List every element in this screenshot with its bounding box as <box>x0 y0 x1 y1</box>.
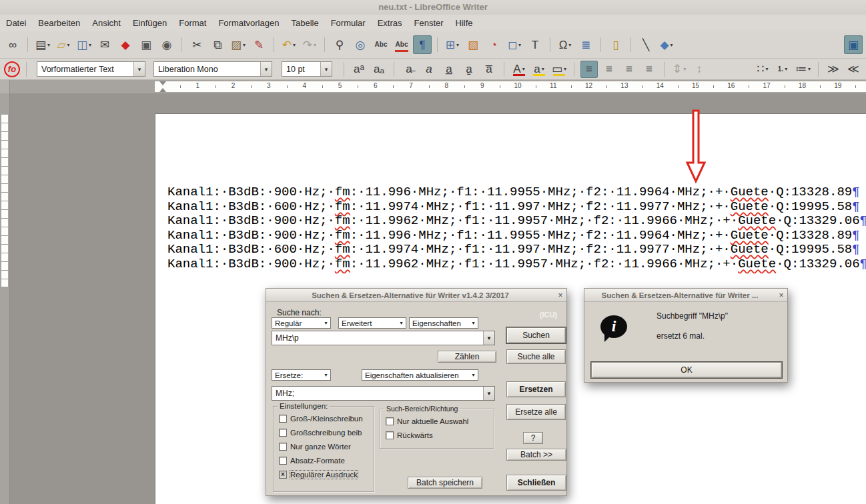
close-icon[interactable]: × <box>554 291 566 300</box>
formatting-marks-icon[interactable]: ¶ <box>413 35 432 54</box>
line-spacing-icon[interactable]: ⇕▾ <box>671 61 688 78</box>
insert-comment-icon[interactable]: ▯ <box>606 35 625 54</box>
menu-einf-gen[interactable]: Einfügen <box>127 15 173 31</box>
dropdown-arrow-icon[interactable]: ▾ <box>671 42 673 48</box>
dropdown-arrow-icon[interactable]: ▾ <box>808 66 811 72</box>
find-all-button[interactable]: Suche alle <box>506 349 566 364</box>
italic-icon[interactable]: a <box>420 61 438 78</box>
checkbox-r-ckw-rts[interactable]: Rückwärts <box>386 430 492 441</box>
redo-icon[interactable]: ↷▾ <box>300 35 319 54</box>
chevron-down-icon[interactable]: ▾ <box>133 62 145 76</box>
menu-fenster[interactable]: Fenster <box>408 15 450 31</box>
dropdown-arrow-icon[interactable]: ▾ <box>518 42 521 48</box>
dropdown-arrow-icon[interactable]: ▾ <box>522 66 525 72</box>
search-replace-extension-icon[interactable]: fo <box>4 61 20 77</box>
new-document-icon[interactable]: ▤▾ <box>33 35 52 54</box>
outline-list-icon[interactable]: ≔▾ <box>794 61 812 78</box>
menu-extras[interactable]: Extras <box>372 15 408 31</box>
replace-term-combobox[interactable]: MHz; ▼ <box>272 386 495 401</box>
checkbox-nur-aktuelle-auswahl[interactable]: Nur aktuelle Auswahl <box>386 416 492 427</box>
ok-button[interactable]: OK <box>591 362 782 378</box>
close-dialog-button[interactable]: Schließen <box>506 475 566 491</box>
insert-textbox-icon[interactable]: ◻▾ <box>505 35 524 54</box>
menu-formular[interactable]: Formular <box>325 15 372 31</box>
menu-hilfe[interactable]: Hilfe <box>450 15 479 31</box>
justify-icon[interactable]: ≡ <box>640 61 658 78</box>
indent-marker-bottom[interactable] <box>159 88 166 92</box>
export-pdf-icon[interactable]: ◆ <box>116 35 135 54</box>
chevron-down-icon[interactable]: ▾ <box>322 320 330 326</box>
update-properties-dropdown[interactable]: Eigenschaften aktualisieren ▾ <box>362 369 478 381</box>
chevron-down-icon[interactable]: ▾ <box>469 372 478 378</box>
ruler-scale[interactable]: 12345678910111213141516171819 <box>155 81 866 92</box>
search-button[interactable]: Suchen <box>506 327 566 343</box>
document-line[interactable]: Kanal1:·B3dB:·600·Hz;·fm:·11.9974·MHz;·f… <box>167 243 866 257</box>
document-line[interactable]: Kanal1:·B3dB:·900·Hz;·fm:·11.996·MHz;·f1… <box>167 229 866 243</box>
highlight-color-icon[interactable]: a▾ <box>530 61 548 78</box>
document-line[interactable]: Kanal1:·B3dB:·900·Hz;·fm:·11.996·MHz;·f1… <box>167 185 866 200</box>
overline-icon[interactable]: a̅ <box>480 61 498 78</box>
chevron-down-icon[interactable]: ▼ <box>483 387 494 400</box>
dropdown-arrow-icon[interactable]: ▾ <box>765 66 768 72</box>
align-center-icon[interactable]: ≡ <box>600 61 618 78</box>
menu-tabelle[interactable]: Tabelle <box>285 15 324 31</box>
checkbox-box[interactable] <box>279 429 287 437</box>
find-replace-icon[interactable]: ⚲ <box>330 35 349 54</box>
undo-icon[interactable]: ↶▾ <box>280 35 298 54</box>
subscript-icon[interactable]: aₐ <box>370 61 388 78</box>
title-bar[interactable]: neu.txt - LibreOffice Writer <box>0 0 866 15</box>
chevron-down-icon[interactable]: ▾ <box>397 320 406 326</box>
paragraph-spacing-icon[interactable]: ↕ <box>691 61 708 78</box>
email-document-icon[interactable]: ✉ <box>95 35 114 54</box>
replace-term-value[interactable]: MHz; <box>272 387 483 400</box>
auto-spellcheck-icon[interactable]: Abc <box>392 35 411 54</box>
dropdown-arrow-icon[interactable]: ▾ <box>47 42 50 48</box>
increase-indent-icon[interactable]: ≫ <box>825 61 842 78</box>
extended-options-dropdown[interactable]: Erweitert ▾ <box>338 317 406 329</box>
horizontal-ruler[interactable]: 12345678910111213141516171819 <box>0 80 866 93</box>
replace-all-button[interactable]: Ersetze alle <box>506 404 566 420</box>
dropdown-arrow-icon[interactable]: ▾ <box>456 42 459 48</box>
checkbox-box[interactable] <box>279 415 287 423</box>
search-term-combobox[interactable]: MHz\p ▼ <box>272 331 495 345</box>
dialog-title-bar[interactable]: Suchen & Ersetzen-Alternative für Writer… <box>266 289 566 302</box>
open-icon[interactable]: ▱▾ <box>54 35 73 54</box>
checkbox-regul-rer-ausdruck[interactable]: ×Regulärer Ausdruck <box>279 469 372 480</box>
checkbox-absatz-formate[interactable]: Absatz-Formate <box>279 455 372 466</box>
batch-button[interactable]: Batch >> <box>506 449 566 461</box>
indent-marker-top[interactable] <box>159 81 166 85</box>
clone-formatting-icon[interactable]: ✎ <box>250 35 268 54</box>
print-icon[interactable]: ▣ <box>137 35 155 54</box>
save-icon[interactable]: ◫▾ <box>75 35 93 54</box>
checkbox-box[interactable] <box>386 431 394 439</box>
chevron-down-icon[interactable]: ▾ <box>469 320 478 326</box>
align-right-icon[interactable]: ≡ <box>620 61 638 78</box>
checkbox-box[interactable]: × <box>279 471 287 479</box>
document-line[interactable]: Kanal1:·B3dB:·900·Hz;·fm:·11.9962·MHz;·f… <box>167 257 866 272</box>
batch-save-button[interactable]: Batch speichern <box>408 477 482 489</box>
vertical-ruler[interactable] <box>0 93 10 504</box>
show-draw-functions-icon[interactable]: ▣ <box>844 35 863 54</box>
menu-bearbeiten[interactable]: Bearbeiten <box>32 15 86 31</box>
dropdown-arrow-icon[interactable]: ▾ <box>293 42 296 48</box>
background-color-icon[interactable]: ▭▾ <box>550 61 568 78</box>
dropdown-arrow-icon[interactable]: ▾ <box>314 42 316 48</box>
document-text-block[interactable]: Kanal1:·B3dB:·900·Hz;·fm:·11.996·MHz;·f1… <box>167 185 866 271</box>
dropdown-arrow-icon[interactable]: ▾ <box>568 42 571 48</box>
checkbox-gro-schreibung-beib[interactable]: Großschreibung beib <box>279 427 372 438</box>
insert-page-break-icon[interactable]: ≣ <box>576 35 595 54</box>
dropdown-arrow-icon[interactable]: ▾ <box>67 42 70 48</box>
dropdown-arrow-icon[interactable]: ▾ <box>785 66 787 72</box>
navigator-icon[interactable]: ◎ <box>351 35 370 54</box>
search-term-value[interactable]: MHz\p <box>272 331 483 345</box>
double-underline-icon[interactable]: a̳ <box>460 61 478 78</box>
dropdown-arrow-icon[interactable]: ▾ <box>683 66 686 72</box>
insert-table-icon[interactable]: ⊞▾ <box>443 35 462 54</box>
numbered-list-icon[interactable]: 1.▾ <box>774 61 791 78</box>
spelling-icon[interactable]: Abc <box>372 35 390 54</box>
font-size-combo[interactable]: 10 pt ▾ <box>282 61 332 77</box>
count-button[interactable]: Zählen <box>438 351 496 363</box>
copy-icon[interactable]: ⧉ <box>208 35 227 54</box>
help-button[interactable]: ? <box>523 432 543 444</box>
close-icon[interactable]: × <box>775 291 787 300</box>
